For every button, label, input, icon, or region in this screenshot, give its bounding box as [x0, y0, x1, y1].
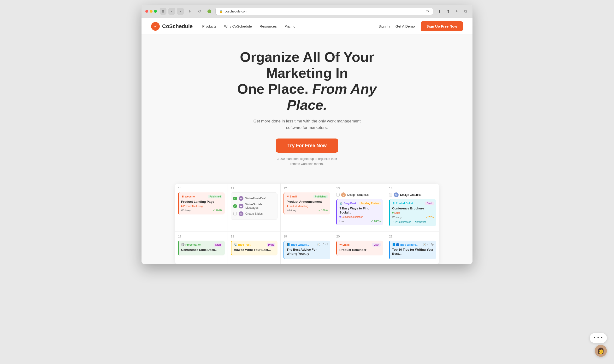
card-title: Product Landing Page [181, 200, 222, 204]
reload-icon[interactable]: ↻ [426, 9, 429, 13]
email-card-2[interactable]: ✉ Email Draft Product Reminder [336, 241, 383, 255]
day-number-10: 10 [178, 186, 225, 190]
minimize-button[interactable] [150, 10, 152, 13]
cal-day-13: 13 L Design Graphics 📡 Blog Post [333, 183, 386, 232]
url-text: coschedule.com [225, 10, 247, 13]
card-type-email: ✉ Email [287, 195, 297, 198]
design-checkbox-2[interactable] [389, 193, 392, 196]
collat-type-label: Printed Collat... [396, 202, 415, 205]
blog-icon: 📡 [339, 202, 343, 205]
card-tag: Product Marketing [181, 205, 222, 208]
blog-card[interactable]: 📡 Blog Post Pending Review 3 Easy Ways t… [336, 199, 383, 225]
present-icon: 💬 [181, 243, 184, 246]
checklist-card[interactable]: ✓ W Write-Final-Draft ✓ W Write-Social-M… [231, 192, 277, 220]
collat-card-tag: Sales [392, 212, 434, 214]
email-card[interactable]: ✉ Email Published Product Announcement P… [284, 192, 330, 214]
email-icon: ✉ [287, 195, 289, 198]
hero-subtitle: Get more done in less time with the only… [247, 118, 367, 131]
task-1: Write-Final-Draft [245, 197, 266, 200]
card-type-label: Website [185, 195, 195, 198]
tag-row: Q2 Conferences Northwest [392, 220, 434, 224]
extension-icon-2[interactable]: 🛡 [196, 8, 203, 15]
tag-northwest: Northwest [413, 220, 427, 224]
blog-progress: ✓ 100% [371, 220, 381, 223]
social-card[interactable]: 📘 Blog Writers... 🕐 10:42 The Best Advic… [284, 241, 330, 259]
cta-button[interactable]: Try For Free Now [276, 139, 338, 153]
present-type-label: Presentation [185, 243, 202, 246]
email-type-label: Email [290, 195, 297, 198]
present-card-title: Conference Slide Deck... [181, 248, 222, 252]
cal-day-12: 12 ✉ Email Published Product Announcemen… [281, 183, 333, 232]
nav-why[interactable]: Why CoSchedule [224, 24, 252, 28]
card-type-social2: 📘🔵 Blog Writers... [392, 243, 418, 246]
checklist-item-3: W Create Slides [233, 210, 275, 217]
avatar-3: W [239, 211, 244, 216]
day-number-13: 13 [336, 186, 383, 190]
day-number-18: 18 [231, 234, 277, 238]
social-card-title: The Best Advice For Writing Your...y [287, 248, 328, 256]
social-card-2[interactable]: 📘🔵 Blog Writers... 🕓 4:15p Top 10 Tips f… [389, 241, 436, 259]
blog2-icon: 📡 [234, 243, 237, 246]
social-type-label: Blog Writers... [291, 243, 309, 246]
design-task-row-2: W Design Graphics [389, 192, 436, 197]
day-number-12: 12 [284, 186, 330, 190]
checkbox-3[interactable] [233, 212, 237, 215]
card-type-website: 🖥 Website [181, 195, 195, 198]
chat-dots-button[interactable]: • • • [590, 333, 607, 343]
sign-in-link[interactable]: Sign In [379, 24, 390, 28]
extension-icon-1[interactable]: ⊪ [187, 8, 193, 15]
nav-pricing[interactable]: Pricing [285, 24, 296, 28]
hero-title-part2: One Place. [237, 81, 312, 97]
day-number-21: 21 [389, 234, 436, 238]
maximize-button[interactable] [154, 10, 157, 13]
nav-products[interactable]: Products [202, 24, 216, 28]
calendar-row-1: 10 🖥 Website Published Product Landing P… [175, 183, 439, 232]
day-number-14: 14 [389, 186, 436, 190]
card-type-social: 📘 Blog Writers... [287, 243, 309, 246]
collat-icon: 🖨 [392, 202, 395, 205]
progress: ✓ 100% [213, 209, 222, 212]
chat-widget: • • • 👩 [590, 333, 607, 357]
new-tab-icon[interactable]: + [453, 8, 460, 15]
signup-button[interactable]: Sign Up Free Now [421, 21, 463, 31]
website-card[interactable]: 🖥 Website Published Product Landing Page… [178, 192, 225, 214]
draft-badge: Draft [425, 202, 434, 205]
forward-button[interactable]: › [177, 8, 184, 15]
cal-day-19: 19 📘 Blog Writers... 🕐 10:42 The Best Ad… [281, 232, 333, 264]
email-progress: ✓ 100% [318, 209, 328, 212]
download-icon[interactable]: ⬇ [436, 8, 443, 15]
address-bar[interactable]: 🔒 coschedule.com ↻ [215, 8, 433, 15]
extension-icon-3[interactable]: 🟢 [206, 8, 213, 15]
blog-card-footer: Leah ✓ 100% [339, 220, 381, 223]
browser-actions: ⬇ ⬆ + ⧉ [436, 8, 469, 15]
collat-card[interactable]: 🖨 Printed Collat... Draft Conference Bro… [389, 199, 436, 226]
presentation-card[interactable]: 💬 Presentation Draft Conference Slide De… [178, 241, 225, 255]
day-number-19: 19 [284, 234, 330, 238]
blog-assignee: Leah [339, 220, 345, 223]
design-checkbox[interactable] [336, 193, 340, 196]
tabs-icon[interactable]: ⧉ [462, 8, 469, 15]
cal-day-14: 14 W Design Graphics 🖨 Printed Collat... [386, 183, 439, 232]
back-button[interactable]: ‹ [168, 8, 175, 15]
nav-resources[interactable]: Resources [259, 24, 277, 28]
blog-type-label: Blog Post [344, 202, 356, 205]
sidebar-toggle[interactable]: ⊞ [160, 8, 166, 15]
logo[interactable]: ✓ CoSchedule [151, 22, 192, 31]
email-card-title: Product Announcement [287, 200, 328, 204]
get-demo-link[interactable]: Get A Demo [396, 24, 415, 28]
social-icons: 📘 [287, 243, 290, 246]
calendar-preview: 10 🖥 Website Published Product Landing P… [175, 183, 439, 264]
email-assignee: Whitney [287, 209, 296, 212]
checklist-item-2: ✓ W Write-Social-Messages [233, 202, 275, 210]
hero-title: Organize All Of Your Marketing In One Pl… [216, 49, 398, 113]
blog-card-2[interactable]: 📡 Blog Post Draft How to Write Your Best… [231, 241, 277, 255]
social2-card-title: Top 10 Tips for Writing Your Best... [392, 248, 434, 256]
chat-avatar[interactable]: 👩 [595, 345, 607, 357]
checkbox-1[interactable]: ✓ [233, 197, 237, 200]
close-button[interactable] [145, 10, 148, 13]
time-label-2: 🕓 4:15p [423, 243, 434, 246]
checkbox-2[interactable]: ✓ [233, 204, 237, 208]
main-nav: ✓ CoSchedule Products Why CoSchedule Res… [141, 18, 473, 35]
card-type-blog2: 📡 Blog Post [234, 243, 250, 246]
share-icon[interactable]: ⬆ [445, 8, 451, 15]
